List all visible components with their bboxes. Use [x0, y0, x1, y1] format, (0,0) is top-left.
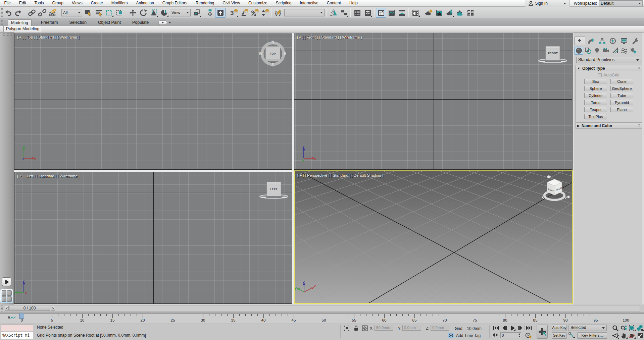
menu-group[interactable]: Group: [48, 0, 67, 7]
auto-key-button[interactable]: Auto Key: [552, 325, 567, 331]
menu-tools[interactable]: Tools: [30, 0, 48, 7]
curve-editor-button[interactable]: [386, 8, 397, 18]
field-of-view-button[interactable]: [612, 332, 619, 339]
select-by-name-button[interactable]: [93, 8, 104, 18]
current-frame-field[interactable]: 0 ▲▼: [500, 332, 521, 338]
create-cone-button[interactable]: Cone: [610, 79, 633, 84]
select-place-button[interactable]: [159, 8, 169, 18]
pan-view-button[interactable]: [620, 332, 628, 339]
ribbon-minimize-control[interactable]: [158, 19, 171, 26]
sign-in-button[interactable]: Sign In: [525, 0, 570, 7]
zoom-extents-selected-button[interactable]: [628, 325, 636, 331]
create-torus-button[interactable]: Torus: [584, 100, 607, 105]
select-object-button[interactable]: [83, 8, 93, 18]
key-mode-toggle[interactable]: [492, 333, 499, 338]
viewport-top-label[interactable]: [ + ] [ Top ] [ Standard ] [ Wireframe ]: [17, 35, 79, 39]
create-teapot-button[interactable]: Teapot: [584, 107, 607, 112]
key-selection-select[interactable]: Selected: [568, 325, 607, 331]
snap-angle-button[interactable]: [239, 8, 249, 18]
create-plane-button[interactable]: Plane: [610, 107, 633, 112]
previous-frame-button[interactable]: [501, 325, 508, 331]
ribbon-tab-populate[interactable]: Populate: [127, 19, 154, 26]
category-cameras-icon[interactable]: [601, 47, 610, 55]
window-crossing-button[interactable]: [114, 8, 125, 18]
viewcube-top[interactable]: TOP NE SW: [258, 39, 287, 69]
category-lights-icon[interactable]: [592, 47, 601, 55]
menu-views[interactable]: Views: [67, 0, 87, 7]
menu-file[interactable]: File: [0, 0, 15, 7]
maximize-viewport-toggle-button[interactable]: [637, 332, 644, 339]
panel-tab-hierarchy-icon[interactable]: [596, 37, 607, 45]
ribbon-tab-object-paint[interactable]: Object Paint: [92, 19, 127, 26]
menu-help[interactable]: Help: [345, 0, 362, 7]
edit-named-sets-button[interactable]: {}: [273, 8, 284, 18]
orbit-button[interactable]: [628, 332, 636, 339]
next-frame-button[interactable]: [517, 325, 524, 331]
snap-percent-button[interactable]: [249, 8, 260, 18]
zoom-extents-all-selected-button[interactable]: [637, 325, 644, 331]
next-frame-button[interactable]: >: [51, 306, 55, 311]
time-slider-frame-marker[interactable]: [19, 313, 24, 319]
menu-customize[interactable]: Customize: [244, 0, 272, 7]
panel-tab-utilities-icon[interactable]: [630, 37, 641, 45]
select-rotate-button[interactable]: [138, 8, 148, 18]
time-slider-handle[interactable]: 0 / 100: [9, 306, 50, 311]
render-setup-button[interactable]: [424, 8, 434, 18]
menu-interactive[interactable]: Interactive: [296, 0, 323, 7]
ribbon-toggle-button[interactable]: [376, 8, 386, 18]
time-slider-track[interactable]: < 0 / 100 >: [4, 305, 640, 311]
play-animation-button[interactable]: [509, 325, 516, 331]
absolute-mode-icon[interactable]: [361, 325, 368, 332]
redo-button[interactable]: [13, 8, 23, 18]
snap-spinner-button[interactable]: [260, 8, 270, 18]
panel-tab-display-icon[interactable]: [618, 37, 630, 45]
viewport-left[interactable]: [ + ] [ Left ] [ Standard ] [ Wireframe …: [14, 172, 292, 304]
select-move-button[interactable]: [128, 8, 138, 18]
viewport-perspective-label[interactable]: [ + ] [ Perspective ] [ Standard ] [ Def…: [297, 173, 383, 177]
zoom-button[interactable]: [612, 325, 619, 331]
category-spacewarps-icon[interactable]: [620, 47, 629, 55]
undo-button[interactable]: [3, 8, 13, 18]
menu-animation[interactable]: Animation: [132, 0, 158, 7]
viewcube-front[interactable]: FRONT: [537, 44, 568, 66]
rollout-object-type-header[interactable]: ▼ Object Type: [576, 65, 642, 71]
z-coordinate-field[interactable]: 0,0mm: [431, 325, 449, 331]
set-keys-button[interactable]: [537, 325, 548, 339]
rendered-frame-button[interactable]: [434, 8, 444, 18]
bind-spacewarp-button[interactable]: [47, 8, 58, 18]
ribbon-grip[interactable]: [1, 20, 3, 25]
viewcube-perspective[interactable]: LEFT FRONT: [538, 175, 570, 207]
create-textplus-button[interactable]: TextPlus: [584, 114, 607, 119]
key-filters-button[interactable]: Key Filters...: [577, 332, 607, 339]
primitive-category-select[interactable]: Standard Primitives: [576, 57, 641, 63]
create-pyramid-button[interactable]: Pyramid: [610, 100, 633, 105]
all-combo[interactable]: All: [61, 9, 82, 16]
layout-preset-2x2[interactable]: [0, 289, 13, 303]
viewport-front-label[interactable]: [ + ] [ Front ] [ Standard ] [ Wireframe…: [297, 35, 362, 39]
schematic-view-button[interactable]: [397, 8, 407, 18]
viewport-top[interactable]: [ + ] [ Top ] [ Standard ] [ Wireframe ]…: [14, 33, 292, 170]
ribbon-tab-freeform[interactable]: Freeform: [35, 19, 64, 26]
material-editor-button[interactable]: [410, 8, 420, 18]
add-time-tag[interactable]: Add Time Tag: [448, 333, 481, 338]
menu-rendering[interactable]: Rendering: [191, 0, 218, 7]
menu-edit[interactable]: Edit: [15, 0, 30, 7]
mini-curve-editor-icon[interactable]: [7, 315, 16, 321]
go-to-start-button[interactable]: [493, 325, 499, 331]
panel-tab-modify-icon[interactable]: [585, 37, 596, 45]
category-shapes-icon[interactable]: [583, 47, 592, 55]
menu-civil-view[interactable]: Civil View: [218, 0, 244, 7]
time-configuration-icon[interactable]: [525, 332, 532, 340]
ribbon-tab-modeling[interactable]: Modeling: [8, 19, 32, 26]
create-sphere-button[interactable]: Sphere: [584, 86, 607, 91]
mirror-button[interactable]: [328, 8, 339, 18]
rollout-name-color-header[interactable]: ▶ Name and Color: [576, 123, 642, 128]
previous-frame-button[interactable]: <: [5, 306, 9, 311]
view-combo[interactable]: View: [170, 9, 191, 16]
rect-region-button[interactable]: [104, 8, 114, 18]
create-tube-button[interactable]: Tube: [610, 93, 633, 98]
render-cloud-button[interactable]: [455, 8, 465, 18]
snap-3d-button[interactable]: 3: [229, 8, 239, 18]
polygon-modeling-panel-tab[interactable]: Polygon Modeling: [3, 26, 42, 32]
menu-scripting[interactable]: Scripting: [271, 0, 296, 7]
